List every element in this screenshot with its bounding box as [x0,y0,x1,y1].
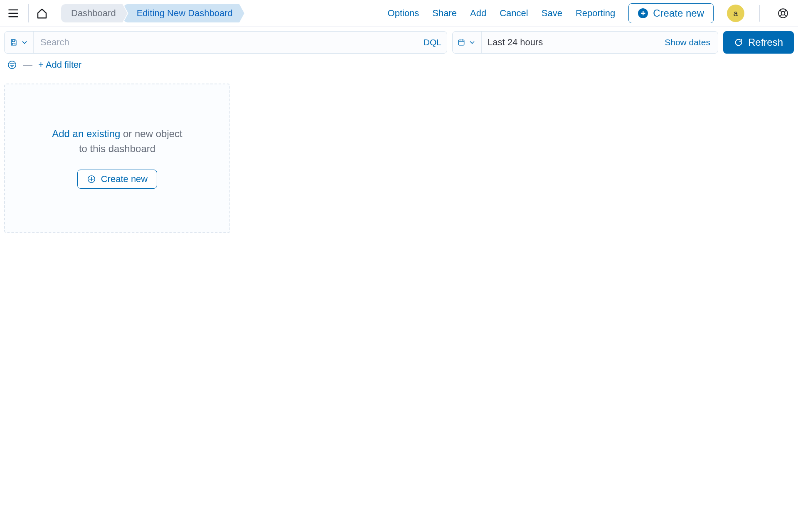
date-range-button[interactable]: Last 24 hours [482,32,657,53]
help-button[interactable] [775,5,791,22]
placeholder-line-1: Add an existing or new object [52,128,182,140]
save-link[interactable]: Save [542,8,562,19]
user-avatar[interactable]: a [727,5,744,22]
breadcrumb-root-label: Dashboard [71,8,116,19]
header-separator-right [759,5,760,22]
placeholder-rest-1: or new object [120,128,182,139]
refresh-button[interactable]: Refresh [723,31,794,54]
plus-circle-icon: + [638,8,648,18]
breadcrumb-current-label: Editing New Dashboard [137,8,233,19]
search-group: DQL [4,31,447,54]
date-picker-group: Last 24 hours Show dates [452,31,718,54]
header-left: Dashboard Editing New Dashboard [0,0,244,27]
breadcrumb-current[interactable]: Editing New Dashboard [123,4,244,22]
share-link[interactable]: Share [432,8,457,19]
filter-icon [7,60,17,69]
save-icon [10,38,18,47]
top-header: Dashboard Editing New Dashboard Options … [0,0,798,27]
show-dates-link[interactable]: Show dates [657,32,718,53]
create-new-label: Create new [653,7,704,19]
filter-separator: — [23,59,32,70]
home-button[interactable] [30,0,54,27]
calendar-icon [457,38,466,47]
filter-bar: — + Add filter [0,54,798,74]
breadcrumb: Dashboard Editing New Dashboard [61,4,244,22]
lifebuoy-icon [778,8,788,19]
search-input[interactable] [34,32,418,53]
saved-query-button[interactable] [5,32,34,53]
svg-point-3 [8,61,16,69]
svg-rect-2 [459,40,464,45]
header-actions: Options Share Add Cancel Save Reporting … [388,0,791,27]
empty-panel-placeholder[interactable]: Add an existing or new object to this da… [4,84,230,233]
add-filter-link[interactable]: + Add filter [38,59,82,70]
dql-toggle[interactable]: DQL [418,32,447,53]
reporting-link[interactable]: Reporting [576,8,615,19]
chevron-down-icon [468,38,476,47]
svg-point-0 [778,9,788,18]
cancel-link[interactable]: Cancel [500,8,528,19]
plus-circle-outline-icon [87,175,96,184]
dashboard-grid: Add an existing or new object to this da… [0,74,798,243]
dql-label: DQL [424,37,441,47]
hamburger-icon [7,7,19,19]
add-link[interactable]: Add [470,8,486,19]
header-separator [28,4,29,22]
date-range-label: Last 24 hours [488,37,543,48]
refresh-icon [734,38,743,47]
refresh-label: Refresh [748,37,783,48]
date-quick-select-button[interactable] [453,32,482,53]
query-toolbar: DQL Last 24 hours Show dates Refresh [0,27,798,54]
menu-toggle-button[interactable] [0,0,27,27]
panel-create-new-label: Create new [101,174,148,185]
panel-create-new-button[interactable]: Create new [77,170,158,189]
show-dates-label: Show dates [665,37,710,47]
avatar-initial: a [733,9,738,18]
home-icon [36,7,48,20]
chevron-down-icon [20,38,29,47]
create-new-button[interactable]: + Create new [628,3,714,23]
placeholder-line-2: to this dashboard [79,143,155,155]
add-existing-link[interactable]: Add an existing [52,128,120,139]
svg-point-1 [781,12,785,15]
options-link[interactable]: Options [388,8,419,19]
breadcrumb-root[interactable]: Dashboard [61,4,128,22]
filter-toggle-button[interactable] [7,59,17,70]
